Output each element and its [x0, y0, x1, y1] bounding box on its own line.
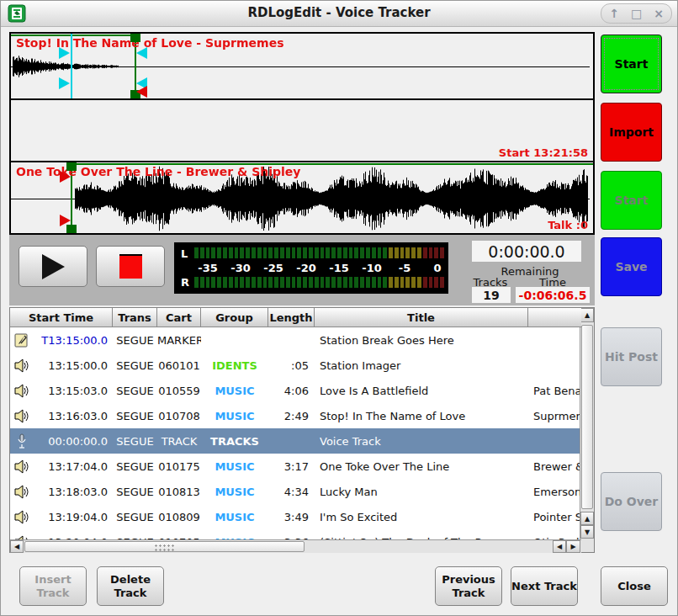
meter-segment: [326, 277, 330, 288]
note-icon: [13, 332, 30, 348]
col-artist[interactable]: [528, 308, 581, 327]
meter-segment: [337, 247, 342, 258]
meter-segment: [395, 277, 399, 288]
meter-segment: [372, 247, 376, 258]
table-row[interactable]: 00:00:00.0SEGUETRACKTRACKSVoice Track: [10, 428, 581, 454]
stop-icon: [119, 254, 142, 279]
track-b-title: One Toke Over The Line - Brewer & Shiple…: [16, 165, 300, 178]
start-marker-top-icon[interactable]: [60, 171, 71, 183]
titlebar: RDLogEdit - Voice Tracker ↑ □ ×: [1, 1, 677, 27]
vertical-scroll-thumb[interactable]: [581, 325, 593, 509]
next-track-button[interactable]: Next Track: [511, 566, 578, 606]
horizontal-scrollbar[interactable]: ◀ ◀ ▶: [10, 539, 581, 553]
cell-title: One Toke Over The Line: [315, 460, 528, 473]
meter-segment: [280, 277, 284, 288]
meter-segment: [423, 247, 427, 258]
table-row[interactable]: 13:15:00.0SEGUE060101IDENTS:05Station Im…: [10, 353, 581, 378]
stop-button[interactable]: [96, 246, 165, 287]
scroll-down-icon[interactable]: ▼: [580, 525, 594, 539]
cell-start-time: 13:17:04.0: [30, 460, 113, 473]
play-button[interactable]: [19, 246, 87, 287]
maximize-icon[interactable]: □: [631, 4, 642, 23]
table-row[interactable]: 13:20:04.0SEGUE010705MUSIC3:36(Sittin' O…: [10, 529, 581, 539]
meter-segment: [286, 247, 290, 258]
meter-segment: [240, 247, 244, 258]
start-track1-button[interactable]: Start: [601, 35, 662, 93]
cell-trans: SEGUE: [113, 334, 157, 347]
col-group[interactable]: Group: [201, 308, 268, 327]
cell-start-time: 13:18:03.0: [30, 486, 113, 498]
meter-segment: [337, 277, 342, 288]
scroll-right-icon[interactable]: ▶: [566, 540, 580, 553]
cell-cart: TRACK: [157, 435, 201, 448]
meter-segment: [383, 247, 387, 258]
remaining-time-value: -0:06:06.5: [516, 287, 590, 303]
fade-marker-top-icon[interactable]: [59, 47, 70, 59]
meter-segment: [257, 247, 262, 258]
meter-segment: [257, 277, 262, 288]
table-row[interactable]: 13:19:04.0SEGUE010809MUSIC3:49I'm So Exc…: [10, 504, 581, 529]
remaining-tracks-value: 19: [472, 287, 511, 303]
play-icon: [42, 254, 65, 279]
meter-segment: [411, 247, 416, 258]
meter-segment: [326, 247, 330, 258]
meter-segment: [200, 247, 204, 258]
scroll-left2-icon[interactable]: ◀: [553, 540, 566, 553]
track-b-waveform[interactable]: One Toke Over The Line - Brewer & Shiple…: [11, 162, 593, 233]
start-track2-button: Start: [601, 171, 662, 230]
meter-segment: [217, 247, 221, 258]
col-length[interactable]: Length: [268, 308, 315, 327]
meter-scale-label: -30: [230, 262, 251, 274]
table-row[interactable]: 13:15:03.0SEGUE010559MUSIC4:06Love Is A …: [10, 378, 581, 403]
cell-artist: Pat Benatar: [528, 385, 581, 397]
col-cart[interactable]: Cart: [157, 308, 201, 327]
import-button[interactable]: Import: [601, 103, 662, 162]
start-marker-bottom-icon[interactable]: [60, 215, 71, 226]
cell-cart: 010809: [157, 511, 201, 523]
meter-segment: [400, 247, 405, 258]
cell-title: Station Imager: [315, 359, 528, 372]
meter-segment: [434, 277, 438, 288]
meter-segment: [229, 247, 233, 258]
cell-cart: 060101: [157, 359, 201, 372]
shade-icon[interactable]: ↑: [609, 4, 619, 23]
meter-scale-label: -20: [296, 262, 316, 274]
close-icon[interactable]: ×: [654, 4, 664, 23]
cell-start-time: T13:15:00.0: [30, 334, 113, 347]
cell-trans: SEGUE: [113, 435, 157, 448]
segue-handle-top[interactable]: [130, 34, 140, 42]
col-trans[interactable]: Trans: [113, 308, 157, 327]
cell-group: MUSIC: [201, 511, 268, 523]
meter-segment: [200, 277, 204, 288]
close-button[interactable]: Close: [601, 566, 668, 606]
horizontal-scroll-thumb[interactable]: [24, 541, 305, 552]
table-row[interactable]: 13:18:03.0SEGUE010813MUSIC4:34Lucky ManE…: [10, 479, 581, 504]
elapsed-timer: 0:00:00.0: [472, 241, 581, 262]
voice-track-waveform[interactable]: Start 13:21:58: [11, 100, 593, 162]
vertical-scrollbar[interactable]: ▲ ▲ ▼: [580, 308, 594, 552]
delete-track-button[interactable]: Delete Track: [97, 566, 164, 606]
meter-segment: [417, 247, 421, 258]
fade-marker-bottom-icon[interactable]: [59, 77, 70, 89]
col-title[interactable]: Title: [315, 308, 528, 327]
table-row[interactable]: 13:16:03.0SEGUE010708MUSIC2:49Stop! In T…: [10, 403, 581, 428]
meter-segment: [240, 277, 244, 288]
previous-track-button[interactable]: Previous Track: [435, 566, 502, 606]
cell-length: 4:06: [268, 385, 315, 397]
meter-segment: [206, 247, 210, 258]
scroll-up-icon[interactable]: ▲: [580, 308, 594, 322]
track-a-waveform[interactable]: Stop! In The Name of Love - Suprmemes: [11, 34, 593, 100]
meter-segment: [194, 247, 199, 258]
fade-end-top-icon[interactable]: [136, 47, 147, 59]
meter-segment: [429, 247, 433, 258]
scroll-left-icon[interactable]: ◀: [10, 540, 24, 553]
cell-length: 4:34: [268, 486, 315, 498]
track-b-handle-top[interactable]: [66, 162, 77, 171]
speaker-icon: [13, 408, 30, 424]
table-row[interactable]: 13:17:04.0SEGUE010175MUSIC3:17One Toke O…: [10, 454, 581, 479]
insert-track-button: Insert Track: [19, 566, 87, 606]
table-row[interactable]: T13:15:00.0SEGUEMARKERStation Break Goes…: [10, 327, 581, 353]
end-marker-icon[interactable]: [136, 86, 147, 98]
col-start-time[interactable]: Start Time: [10, 308, 113, 327]
scroll-up2-icon[interactable]: ▲: [580, 512, 594, 525]
